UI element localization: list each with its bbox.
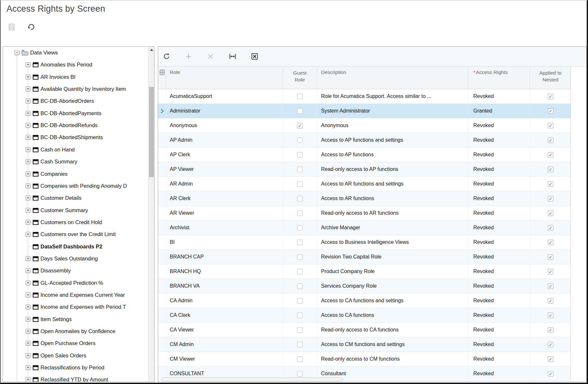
applied-to-nested-checkbox[interactable] bbox=[548, 123, 553, 128]
expand-icon[interactable]: + bbox=[26, 123, 30, 128]
tree-item[interactable]: + Available Quantity by Inventory Item bbox=[3, 83, 148, 95]
expand-icon[interactable]: + bbox=[26, 305, 30, 309]
save-button[interactable] bbox=[6, 21, 17, 32]
applied-to-nested-checkbox[interactable] bbox=[548, 283, 553, 289]
guest-role-checkbox[interactable] bbox=[297, 240, 303, 245]
guest-role-cell[interactable] bbox=[283, 264, 317, 279]
tree-item[interactable]: + Anomalies this Period bbox=[3, 59, 148, 71]
role-cell[interactable]: CA Admin bbox=[166, 294, 283, 308]
tree-item[interactable]: + GL-Accepted Prediction % bbox=[3, 277, 148, 289]
expand-icon[interactable]: + bbox=[26, 268, 30, 273]
applied-to-nested-cell[interactable] bbox=[530, 191, 571, 206]
guest-role-cell[interactable] bbox=[283, 133, 317, 147]
description-cell[interactable]: System Administrator bbox=[317, 104, 468, 118]
tree-item[interactable]: + Companies with Pending Anomaly D bbox=[3, 180, 148, 192]
guest-role-cell[interactable] bbox=[283, 148, 317, 162]
guest-role-cell[interactable] bbox=[283, 337, 317, 352]
guest-role-checkbox[interactable] bbox=[297, 196, 303, 201]
tree-root-data-views[interactable]: − Data Views bbox=[3, 47, 148, 59]
guest-role-checkbox[interactable] bbox=[297, 138, 303, 143]
role-cell[interactable]: AP Clerk bbox=[166, 148, 283, 162]
guest-role-cell[interactable] bbox=[283, 235, 317, 249]
tree-item[interactable]: DataSelf Dashboards P2 bbox=[3, 241, 148, 253]
row-selector-cell[interactable] bbox=[158, 148, 166, 162]
guest-role-checkbox[interactable] bbox=[297, 356, 303, 362]
row-selector-cell[interactable] bbox=[158, 89, 166, 103]
row-selector-cell[interactable] bbox=[158, 279, 166, 293]
access-rights-cell[interactable]: Revoked bbox=[468, 279, 530, 293]
applied-to-nested-cell[interactable] bbox=[530, 323, 571, 337]
applied-to-nested-checkbox[interactable] bbox=[548, 152, 553, 158]
expand-icon[interactable]: + bbox=[26, 220, 30, 225]
guest-role-checkbox[interactable] bbox=[297, 152, 303, 158]
guest-role-cell[interactable] bbox=[283, 206, 317, 220]
tree-item[interactable]: + Reclassified YTD by Amount bbox=[3, 374, 148, 382]
applied-to-nested-cell[interactable] bbox=[530, 337, 571, 352]
grid-row[interactable]: AR Clerk Access to AR functions Revoked bbox=[158, 191, 571, 206]
applied-to-nested-cell[interactable] bbox=[530, 162, 571, 176]
tree-scrollbar-thumb[interactable] bbox=[149, 87, 154, 177]
applied-to-nested-checkbox[interactable] bbox=[548, 240, 553, 245]
expand-icon[interactable]: + bbox=[26, 293, 30, 297]
access-rights-cell[interactable]: Revoked bbox=[468, 352, 530, 366]
applied-to-nested-cell[interactable] bbox=[530, 352, 571, 366]
guest-role-cell[interactable] bbox=[283, 221, 317, 235]
guest-role-cell[interactable] bbox=[283, 250, 317, 264]
row-selector-cell[interactable] bbox=[158, 177, 166, 191]
applied-to-nested-cell[interactable] bbox=[530, 148, 571, 162]
expand-icon[interactable]: + bbox=[26, 232, 30, 237]
grid-row[interactable]: CA Clerk Access to CA functions Revoked bbox=[158, 308, 571, 323]
row-selector-cell[interactable] bbox=[158, 352, 166, 366]
guest-role-checkbox[interactable] bbox=[297, 283, 303, 289]
row-selector-cell[interactable] bbox=[158, 337, 166, 352]
export-excel-button[interactable] bbox=[249, 51, 260, 62]
guest-role-checkbox[interactable] bbox=[297, 371, 303, 377]
access-rights-cell[interactable]: Revoked bbox=[468, 294, 530, 308]
applied-to-nested-cell[interactable] bbox=[530, 104, 571, 118]
role-cell[interactable]: Administrator bbox=[166, 104, 283, 118]
access-rights-cell[interactable]: Revoked bbox=[468, 323, 530, 337]
access-rights-cell[interactable]: Revoked bbox=[468, 148, 530, 162]
applied-to-nested-checkbox[interactable] bbox=[548, 254, 553, 260]
column-header-role[interactable]: Role bbox=[166, 66, 283, 89]
expand-icon[interactable]: + bbox=[26, 159, 30, 164]
expand-icon[interactable]: + bbox=[26, 256, 30, 261]
access-rights-cell[interactable]: Revoked bbox=[468, 89, 530, 103]
role-cell[interactable]: AP Viewer bbox=[166, 162, 283, 176]
applied-to-nested-checkbox[interactable] bbox=[548, 108, 553, 114]
grid-hscrollbar-thumb[interactable] bbox=[161, 378, 343, 381]
tree-item[interactable]: + Open Purchase Orders bbox=[3, 337, 148, 350]
row-selector-cell[interactable] bbox=[158, 118, 166, 133]
grid-row[interactable]: BRANCH HQ Product Company Role Revoked bbox=[158, 264, 571, 279]
delete-row-button[interactable] bbox=[205, 51, 216, 62]
applied-to-nested-cell[interactable] bbox=[530, 235, 571, 249]
role-cell[interactable]: Anonymous bbox=[166, 118, 283, 133]
column-header-guest-role[interactable]: Guest Role bbox=[283, 66, 317, 89]
role-cell[interactable]: AP Admin bbox=[166, 133, 283, 147]
grid-horizontal-scrollbar[interactable] bbox=[158, 377, 571, 382]
tree-item[interactable]: + Open Sales Orders bbox=[3, 350, 148, 362]
applied-to-nested-checkbox[interactable] bbox=[548, 210, 553, 216]
expand-icon[interactable]: + bbox=[26, 75, 30, 79]
guest-role-checkbox[interactable] bbox=[297, 254, 303, 260]
guest-role-cell[interactable] bbox=[283, 294, 317, 308]
description-cell[interactable]: Access to AP functions bbox=[317, 148, 468, 162]
tree-item[interactable]: + Customer Summary bbox=[3, 204, 148, 217]
applied-to-nested-checkbox[interactable] bbox=[548, 94, 553, 99]
guest-role-checkbox[interactable] bbox=[297, 123, 303, 128]
expand-icon[interactable]: + bbox=[26, 135, 30, 140]
grid-row[interactable]: BI Access to Business Intelligence Views… bbox=[158, 235, 571, 250]
grid-row[interactable]: BRANCH VA Services Company Role Revoked bbox=[158, 279, 571, 294]
expand-icon[interactable]: + bbox=[26, 196, 30, 200]
guest-role-cell[interactable] bbox=[283, 118, 317, 133]
expand-icon[interactable]: + bbox=[26, 377, 30, 382]
grid-row[interactable]: AcumaticaSupport Role for Acumatica Supp… bbox=[158, 89, 571, 104]
grid-row[interactable]: AP Viewer Read-only access to AP functio… bbox=[158, 162, 571, 177]
row-selector-cell[interactable] bbox=[158, 221, 166, 235]
applied-to-nested-cell[interactable] bbox=[530, 294, 571, 308]
role-cell[interactable]: BRANCH CAP bbox=[166, 250, 283, 264]
grid-row[interactable]: AP Admin Access to AP functions and sett… bbox=[158, 133, 571, 148]
description-cell[interactable]: Access to Business Intelligence Views bbox=[317, 235, 468, 249]
row-selector-cell[interactable] bbox=[158, 191, 166, 206]
role-cell[interactable]: AcumaticaSupport bbox=[166, 89, 283, 103]
